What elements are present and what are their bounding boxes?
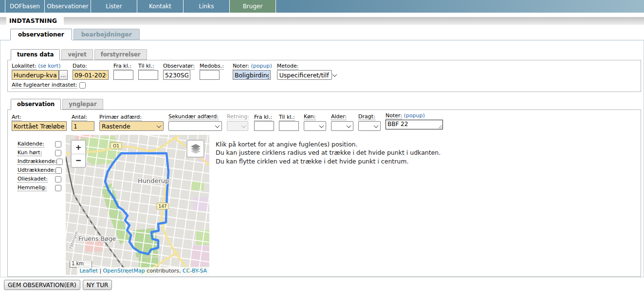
obs-til-kl-label: Til kl.:: [279, 114, 295, 121]
lokalitet-input[interactable]: [12, 70, 59, 80]
observator-label: Observatør:: [163, 63, 195, 70]
instruction-line-1: Klik på kortet for at angive fuglen(es) …: [216, 140, 441, 148]
sekundaer-adfaerd-label: Sekundær adfærd:: [168, 113, 219, 120]
flag-kun-hort: Kun hørt:: [18, 149, 61, 156]
retning-select: [227, 121, 248, 131]
se-kort-link[interactable]: (se kort): [38, 63, 60, 69]
observator-input[interactable]: [163, 70, 190, 80]
label-hunderup: Hunderup: [138, 177, 169, 184]
flag-kaldende: Kaldende:: [18, 141, 61, 147]
nav-tab-bruger[interactable]: Bruger: [229, 0, 276, 13]
new-trip-button[interactable]: NY TUR: [83, 280, 112, 290]
section-header-bar: INDTASTNING: [0, 17, 644, 25]
instruction-line-2: Du kan justere cirklens radius ved at tr…: [216, 148, 441, 157]
map-zoom-control: + −: [71, 140, 86, 168]
tab-vejret[interactable]: vejret: [61, 49, 92, 60]
til-kl-input[interactable]: [138, 70, 158, 80]
tab-observation[interactable]: observation: [11, 99, 61, 110]
obs-noter-popup-link[interactable]: (popup): [404, 112, 425, 119]
dragt-select[interactable]: [358, 121, 381, 131]
field-antal: Antal:: [72, 114, 94, 131]
top-navbar: DOFbasen Observationer Lister Kontakt Li…: [0, 0, 644, 14]
main-tab-bar: observationer bearbejdninger: [10, 29, 644, 40]
field-obs-fra-kl: Fra kl.:: [254, 114, 274, 131]
alle-fuglearter-checkbox[interactable]: [79, 82, 86, 89]
label-fruens-boge: Fruens Bøge: [78, 235, 116, 242]
tab-ynglepar[interactable]: ynglepar: [62, 99, 103, 109]
zoom-in-button[interactable]: +: [72, 141, 85, 154]
tab-turens-data[interactable]: turens data: [11, 49, 60, 60]
dato-label: Dato:: [73, 63, 87, 70]
trip-tab-bar: turens data vejret forstyrrelser: [11, 49, 644, 60]
primaer-adfaerd-select[interactable]: Rastende: [99, 121, 164, 131]
trip-noter-label: Noter:: [233, 63, 249, 70]
field-til-kl: Til kl.:: [138, 63, 158, 80]
fra-kl-label: Fra kl.:: [113, 63, 131, 70]
nav-tab-observationer[interactable]: Observationer: [44, 0, 91, 13]
indtraekkende-checkbox[interactable]: [56, 159, 63, 165]
field-obs-noter: Noter: (popup) BBF 22: [386, 112, 443, 131]
field-sekundaer-adfaerd: Sekundær adfærd:: [168, 113, 222, 131]
flag-hemmelig: Hemmelig:: [18, 184, 61, 191]
obs-tab-bar: observation ynglepar: [11, 99, 644, 109]
nav-tab-kontakt[interactable]: Kontakt: [137, 0, 184, 13]
field-dragt: Dragt:: [358, 113, 381, 131]
metode-select[interactable]: Uspecificeret/tilf: [277, 70, 332, 80]
sekundaer-adfaerd-select[interactable]: [168, 121, 222, 131]
chevron-down-icon: [346, 123, 351, 128]
field-obs-til-kl: Til kl.:: [279, 114, 299, 131]
obs-fra-kl-input[interactable]: [254, 121, 274, 131]
olieskadet-checkbox[interactable]: [55, 176, 61, 182]
tab-observationer[interactable]: observationer: [10, 29, 72, 40]
field-retning: Retning:: [227, 113, 249, 131]
map-layers-control[interactable]: [186, 140, 204, 158]
leaflet-map[interactable]: O1 147 Hunderup Fruens Bøge Fåborgvej: [66, 135, 209, 275]
primaer-adfaerd-value: Rastende: [102, 123, 130, 130]
lokalitet-label: Lokalitet:: [12, 63, 37, 70]
chevron-down-icon: [241, 123, 246, 128]
metode-label: Metode:: [277, 63, 299, 70]
nav-tab-links[interactable]: Links: [183, 0, 230, 13]
udtraekkende-checkbox[interactable]: [55, 167, 62, 174]
fra-kl-input[interactable]: [113, 70, 133, 80]
flag-olieskadet: Olieskadet:: [18, 176, 61, 182]
medobs-input[interactable]: [200, 70, 220, 80]
kon-select[interactable]: [304, 121, 326, 131]
nav-tab-lister[interactable]: Lister: [91, 0, 137, 13]
osm-link[interactable]: OpenStreetMap: [103, 268, 145, 274]
flags-column: Kaldende: Kun hørt: Indtrækkende: Udtræk…: [12, 135, 66, 275]
leaflet-link[interactable]: Leaflet: [79, 268, 97, 274]
license-link[interactable]: CC-BY-SA: [183, 268, 207, 274]
flag-indtraekkende: Indtrækkende:: [18, 158, 61, 165]
field-alder: Alder:: [331, 113, 353, 131]
medobs-label: Medobs.:: [200, 63, 224, 70]
obs-til-kl-input[interactable]: [279, 121, 299, 131]
metode-value: Uspecificeret/tilf: [279, 72, 329, 79]
save-observation-button[interactable]: GEM OBSERVATION(ER): [4, 280, 80, 290]
zoom-out-button[interactable]: −: [72, 154, 85, 167]
field-lokalitet: Lokalitet: (se kort) ...: [12, 63, 68, 80]
antal-label: Antal:: [72, 114, 87, 121]
field-observator: Observatør:: [163, 63, 195, 80]
lokalitet-browse-button[interactable]: ...: [59, 70, 68, 80]
kaldende-checkbox[interactable]: [55, 141, 61, 147]
alder-select[interactable]: [331, 121, 353, 131]
art-input[interactable]: [12, 121, 67, 131]
nav-tab-dofbasen[interactable]: DOFbasen: [5, 0, 45, 13]
obs-noter-textarea[interactable]: BBF 22: [386, 120, 443, 129]
art-label: Art:: [12, 114, 21, 121]
hemmelig-checkbox[interactable]: [55, 185, 61, 191]
action-bar: GEM OBSERVATION(ER) NY TUR: [4, 280, 644, 290]
chevron-down-icon: [215, 123, 220, 128]
dato-input[interactable]: [73, 70, 109, 80]
trip-noter-popup-link[interactable]: (popup): [251, 63, 272, 69]
antal-input[interactable]: [72, 121, 94, 131]
road-ref-147: 147: [158, 204, 166, 209]
kun-hort-checkbox[interactable]: [55, 150, 61, 156]
alle-fuglearter-row: Alle fuglearter indtastet:: [12, 82, 637, 89]
tab-bearbejdninger[interactable]: bearbejdninger: [74, 29, 140, 40]
road-ref-o1: O1: [113, 144, 119, 148]
tab-forstyrrelser[interactable]: forstyrrelser: [94, 49, 147, 60]
trip-noter-input[interactable]: [233, 70, 271, 80]
flag-udtraekkende: Udtrækkende:: [18, 167, 61, 174]
